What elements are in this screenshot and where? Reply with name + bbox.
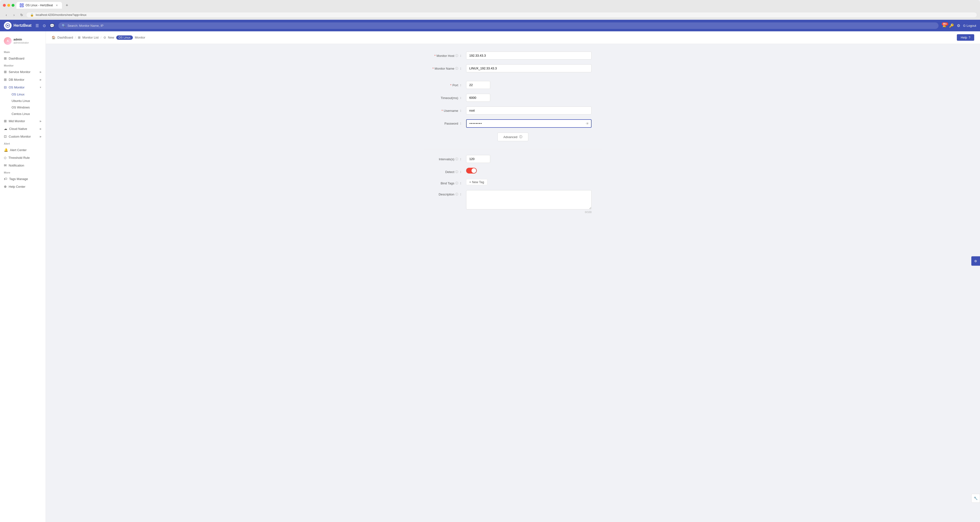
bind-tags-label-text: Bind Tags	[441, 181, 454, 185]
sidebar-item-tags-manage[interactable]: 🏷 Tags Manage	[0, 175, 46, 182]
description-textarea[interactable]	[466, 190, 592, 209]
right-panel-settings-button[interactable]: ⚙	[971, 256, 980, 266]
avatar: A	[4, 37, 11, 45]
advanced-button[interactable]: Advanced ⓘ	[498, 133, 528, 141]
forward-button[interactable]: ›	[11, 11, 18, 18]
new-tag-button[interactable]: + New Tag	[466, 179, 487, 185]
advanced-section: Advanced ⓘ	[424, 133, 602, 141]
nav-icons: ☰ ⊙ 💬	[35, 23, 54, 28]
monitor-host-input[interactable]	[466, 52, 592, 60]
minimize-dot[interactable]	[7, 4, 10, 7]
breadcrumb-dashboard[interactable]: DashBoard	[57, 36, 73, 39]
sidebar-item-mid-monitor[interactable]: ⊞ Mid Monitor ▶	[0, 117, 46, 125]
user-area: A admin administrator	[0, 34, 46, 49]
port-input[interactable]	[466, 81, 490, 89]
sidebar-sub-item-ubuntu-linux[interactable]: Ubuntu Linux	[8, 98, 46, 104]
maximize-dot[interactable]	[11, 4, 14, 7]
settings-icon[interactable]: ⚙	[957, 23, 960, 28]
refresh-button[interactable]: ↻	[18, 11, 25, 18]
bind-tags-info-icon: ⓘ	[455, 181, 458, 185]
sidebar-label-db-monitor: DB Monitor	[9, 78, 24, 81]
sidebar-item-service-monitor[interactable]: ⊞ Service Monitor ▶	[0, 68, 46, 76]
chat-icon[interactable]: 💬	[50, 23, 54, 28]
breadcrumb-sep-2: /	[100, 36, 102, 39]
sidebar-item-cloud-native[interactable]: ☁ Cloud Native ▶	[0, 125, 46, 133]
threshold-rule-icon: ◇	[4, 155, 6, 160]
lock-icon[interactable]: 🔑	[949, 23, 954, 28]
sidebar-sub-item-os-linux[interactable]: OS Linux	[8, 91, 46, 98]
breadcrumb-monitor: Monitor	[135, 36, 145, 39]
password-input[interactable]	[466, 119, 592, 128]
settings-panel-icon: ⚙	[974, 259, 977, 263]
back-button[interactable]: ‹	[3, 11, 10, 18]
intervals-input[interactable]	[466, 155, 490, 163]
logout-label: Logout	[967, 24, 976, 27]
required-star-user: *	[442, 109, 443, 113]
timeout-input[interactable]	[466, 94, 490, 102]
main-content: 🏠 DashBoard / ⊞ Monitor List / ⊙ New OS …	[46, 31, 980, 522]
notification-button[interactable]: 🔔 99+	[942, 24, 946, 27]
home-icon: 🏠	[52, 36, 56, 39]
sidebar-sub-item-os-windows[interactable]: OS Windows	[8, 104, 46, 111]
tab-close-button[interactable]: ✕	[55, 3, 59, 7]
sidebar-item-dashboard[interactable]: ⊞ DashBoard	[0, 54, 46, 62]
description-label-text: Description	[439, 192, 454, 196]
github-icon[interactable]: ⊙	[43, 23, 46, 28]
sidebar-item-db-monitor[interactable]: ⊞ DB Monitor ▶	[0, 76, 46, 83]
monitor-name-label-text: Monitor Name	[434, 67, 454, 70]
google-icon: G	[963, 24, 966, 27]
address-bar[interactable]: 🔒 localhost:4200/monitors/new?app=linux	[26, 12, 977, 18]
help-button[interactable]: Help ?	[957, 34, 974, 41]
lock-icon: 🔒	[30, 13, 34, 17]
help-label: Help	[961, 36, 967, 39]
username-label-text: Username	[444, 109, 458, 113]
sidebar-sub-item-centos-linux[interactable]: Centos Linux	[8, 111, 46, 117]
sidebar-item-notification[interactable]: ✉ Notification	[0, 162, 46, 169]
sidebar-item-os-monitor[interactable]: ⊟ OS Monitor ▼	[0, 83, 46, 91]
toggle-knob	[471, 168, 476, 173]
sidebar-label-help-center: Help Center	[9, 185, 25, 189]
sidebar-label-alert-center: Alert Center	[10, 148, 27, 152]
eye-icon[interactable]: 👁	[586, 122, 589, 125]
description-info-icon: ⓘ	[455, 192, 458, 197]
logo-icon	[4, 22, 11, 29]
sidebar-label-tags-manage: Tags Manage	[9, 177, 28, 181]
dashboard-icon: ⊞	[4, 56, 7, 60]
intervals-label-text: Intervals(s)	[439, 157, 454, 161]
monitor-name-input[interactable]	[466, 64, 592, 72]
breadcrumb-sep-1: /	[75, 36, 76, 39]
logo: HertzBeat	[4, 22, 32, 29]
monitor-name-input-wrapper	[466, 64, 592, 72]
browser-tab[interactable]: OS Linux - HertzBeat ✕	[16, 2, 62, 9]
logout-button[interactable]: G Logout	[963, 24, 976, 27]
notification-badge: 99+	[942, 22, 948, 25]
detect-label: Detect ⓘ ：	[424, 168, 462, 174]
alert-section-label: Alert	[0, 140, 46, 146]
breadcrumb-monitor-list[interactable]: Monitor List	[83, 36, 99, 39]
monitor-host-label: * Monitor Host ⓘ ：	[424, 52, 462, 58]
sidebar-item-custom-monitor[interactable]: ⊡ Custom Monitor ▶	[0, 133, 46, 140]
description-group: Description ⓘ ： 0/100	[424, 190, 602, 214]
menu-icon[interactable]: ☰	[35, 23, 39, 28]
sidebar-item-help-center[interactable]: ⊕ Help Center	[0, 182, 46, 190]
port-label: * Port ：	[424, 81, 462, 87]
more-section-label: More	[0, 169, 46, 175]
monitor-name-group: * Monitor Name ⓘ ：	[424, 64, 602, 72]
search-bar[interactable]: 🔍 Search: Monitor Name, IP	[58, 22, 939, 29]
monitor-host-input-wrapper	[466, 52, 592, 60]
detect-label-text: Detect	[445, 170, 454, 174]
db-monitor-icon: ⊞	[4, 78, 7, 81]
sidebar-item-threshold-rule[interactable]: ◇ Threshold Rule	[0, 154, 46, 162]
top-right-actions: 🔔 99+ 🔑 ⚙ G Logout	[942, 23, 976, 28]
close-dot[interactable]	[3, 4, 6, 7]
username-input[interactable]	[466, 106, 592, 114]
new-tab-button[interactable]: +	[64, 2, 70, 8]
sidebar-item-alert-center[interactable]: 🔔 Alert Center	[0, 146, 46, 154]
password-label-text: Password	[444, 122, 458, 125]
right-bottom-tool-button[interactable]: 🔧	[971, 494, 980, 503]
intervals-group: Intervals(s) ⓘ ：	[424, 155, 602, 163]
detect-toggle[interactable]	[466, 168, 477, 173]
search-placeholder: Search: Monitor Name, IP	[67, 24, 104, 27]
chevron-down-icon: ▼	[39, 86, 42, 89]
breadcrumb-new: New	[108, 36, 114, 39]
